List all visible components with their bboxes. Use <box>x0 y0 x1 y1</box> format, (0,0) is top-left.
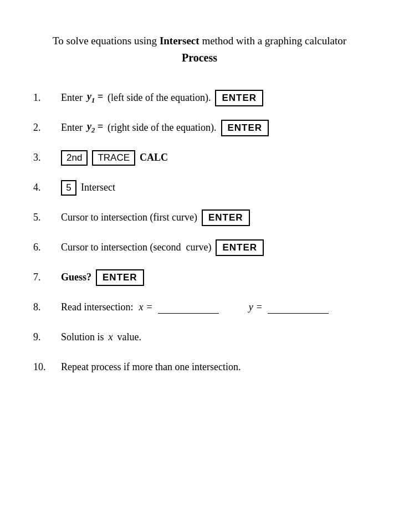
step-6-content: Cursor to intersection (second curve) EN… <box>61 239 264 256</box>
step-7-content: Guess? ENTER <box>61 269 144 286</box>
step-5-content: Cursor to intersection (first curve) ENT… <box>61 209 250 226</box>
step-5-number: 5. <box>33 212 61 223</box>
step-2-enter: Enter <box>61 122 83 134</box>
step-8-y-field[interactable] <box>268 301 329 314</box>
step-8-number: 8. <box>33 301 61 313</box>
step-9-text2: value. <box>117 331 141 343</box>
step-4-content: 5 Intersect <box>61 180 115 196</box>
step-9: 9. Solution is x value. <box>33 328 366 347</box>
step-7-guess: Guess? <box>61 272 91 283</box>
step-3-content: 2nd TRACE CALC <box>61 150 168 166</box>
step-4-five-button[interactable]: 5 <box>61 180 76 196</box>
step-2-enter-button[interactable]: ENTER <box>221 120 269 136</box>
step-1-y1: y1 = <box>87 91 103 105</box>
step-5-enter-button[interactable]: ENTER <box>202 209 250 226</box>
step-8-x-var: x <box>139 301 143 313</box>
step-3: 3. 2nd TRACE CALC <box>33 148 366 168</box>
step-4: 4. 5 Intersect <box>33 178 366 198</box>
step-3-trace-button[interactable]: TRACE <box>92 150 135 166</box>
step-9-text1: Solution is <box>61 331 104 343</box>
step-6-enter-button[interactable]: ENTER <box>216 239 264 256</box>
step-8-y-var: y <box>249 301 253 313</box>
step-8-x-group: x = <box>139 301 221 314</box>
step-8-y-group: y = <box>249 301 331 314</box>
step-7: 7. Guess? ENTER <box>33 268 366 288</box>
step-3-2nd-button[interactable]: 2nd <box>61 150 88 166</box>
step-10-text: Repeat process if more than one intersec… <box>61 361 241 373</box>
step-7-enter-button[interactable]: ENTER <box>96 269 144 286</box>
steps-list: 1. Enter y1 = (left side of the equation… <box>33 88 366 377</box>
step-5-text: Cursor to intersection (first curve) <box>61 212 197 223</box>
step-2-y2: y2 = <box>87 121 103 135</box>
step-1-enter-button[interactable]: ENTER <box>215 90 263 106</box>
step-2: 2. Enter y2 = (right side of the equatio… <box>33 118 366 138</box>
header-line2: Process <box>33 49 366 66</box>
step-8-equals2: = <box>257 301 262 313</box>
step-2-number: 2. <box>33 122 61 134</box>
step-1-number: 1. <box>33 92 61 104</box>
step-2-content: Enter y2 = (right side of the equation).… <box>61 120 269 136</box>
step-8-content: Read intersection: x = y = <box>61 301 331 314</box>
step-3-calc: CALC <box>140 152 168 163</box>
step-1-enter: Enter <box>61 92 83 104</box>
step-9-number: 9. <box>33 331 61 343</box>
step-8: 8. Read intersection: x = y = <box>33 298 366 318</box>
step-2-desc: (right side of the equation). <box>108 122 216 134</box>
step-8-x-field[interactable] <box>158 301 219 314</box>
step-8-equals1: = <box>146 301 152 313</box>
step-6-number: 6. <box>33 242 61 253</box>
page-header: To solve equations using Intersect metho… <box>33 33 366 66</box>
step-1: 1. Enter y1 = (left side of the equation… <box>33 88 366 108</box>
step-10-number: 10. <box>33 361 61 373</box>
step-6: 6. Cursor to intersection (second curve)… <box>33 238 366 258</box>
step-8-label: Read intersection: <box>61 301 133 313</box>
intersect-bold: Intersect <box>160 35 200 47</box>
step-1-desc: (left side of the equation). <box>108 92 211 104</box>
step-1-content: Enter y1 = (left side of the equation). … <box>61 90 263 106</box>
step-7-number: 7. <box>33 272 61 283</box>
step-9-x: x <box>109 331 113 343</box>
step-4-intersect: Intersect <box>81 182 115 193</box>
header-line1: To solve equations using Intersect metho… <box>33 33 366 49</box>
step-5: 5. Cursor to intersection (first curve) … <box>33 208 366 228</box>
step-4-number: 4. <box>33 182 61 193</box>
step-3-number: 3. <box>33 152 61 163</box>
step-10: 10. Repeat process if more than one inte… <box>33 357 366 377</box>
step-9-content: Solution is x value. <box>61 331 141 343</box>
step-6-text: Cursor to intersection (second curve) <box>61 242 211 253</box>
step-10-content: Repeat process if more than one intersec… <box>61 361 241 373</box>
